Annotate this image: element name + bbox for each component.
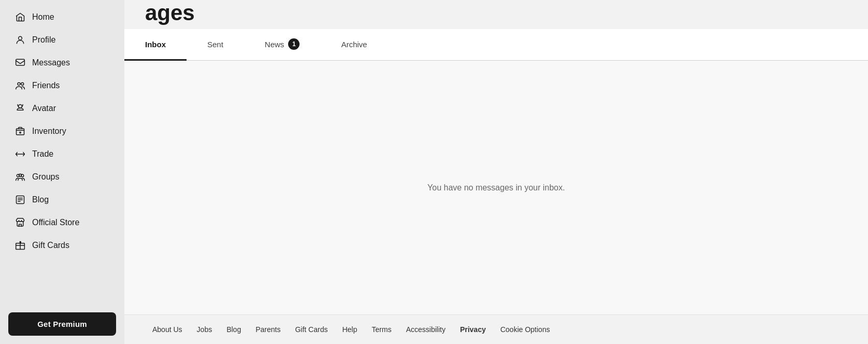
footer-gift-cards[interactable]: Gift Cards (288, 323, 335, 336)
footer-jobs[interactable]: Jobs (190, 323, 220, 336)
avatar-icon (15, 103, 26, 114)
footer-help[interactable]: Help (335, 323, 364, 336)
sidebar-item-trade[interactable]: Trade (4, 143, 120, 165)
sidebar-item-blog[interactable]: Blog (4, 189, 120, 211)
gift-cards-icon (15, 240, 26, 251)
tab-news[interactable]: News 1 (244, 29, 321, 61)
tab-sent-label: Sent (207, 40, 223, 49)
main-content: ages Inbox Sent News 1 Archive You have … (124, 0, 868, 344)
tab-sent[interactable]: Sent (187, 29, 244, 61)
sidebar-item-avatar[interactable]: Avatar (4, 98, 120, 119)
footer-privacy[interactable]: Privacy (453, 323, 493, 336)
sidebar-item-official-store[interactable]: Official Store (4, 212, 120, 233)
sidebar-item-inventory[interactable]: Inventory (4, 120, 120, 142)
tab-news-label: News (265, 40, 284, 49)
footer: About Us Jobs Blog Parents Gift Cards He… (124, 314, 868, 344)
groups-icon (15, 171, 26, 183)
svg-point-6 (20, 132, 21, 133)
sidebar-item-blog-label: Blog (32, 195, 49, 204)
store-icon (15, 217, 26, 228)
tab-inbox[interactable]: Inbox (124, 29, 187, 61)
trade-icon (15, 148, 26, 160)
sidebar-item-profile-label: Profile (32, 35, 55, 45)
news-badge: 1 (288, 38, 300, 50)
svg-point-10 (19, 174, 22, 176)
sidebar: Home Profile Messages Friends (0, 0, 124, 344)
tab-archive-label: Archive (341, 40, 367, 49)
footer-about[interactable]: About Us (145, 323, 190, 336)
friends-icon (15, 80, 26, 91)
footer-terms[interactable]: Terms (364, 323, 399, 336)
sidebar-item-groups-label: Groups (32, 172, 59, 182)
messages-icon (15, 57, 26, 68)
sidebar-item-messages-label: Messages (32, 58, 70, 67)
page-title: ages (145, 1, 847, 25)
message-area: You have no messages in your inbox. (124, 61, 868, 314)
sidebar-item-friends[interactable]: Friends (4, 75, 120, 97)
sidebar-nav: Home Profile Messages Friends (0, 0, 124, 306)
sidebar-item-home[interactable]: Home (4, 6, 120, 28)
footer-accessibility[interactable]: Accessibility (399, 323, 452, 336)
page-title-area: ages (124, 0, 868, 25)
svg-point-2 (18, 82, 20, 85)
home-icon (15, 11, 26, 23)
tabs-bar: Inbox Sent News 1 Archive (124, 29, 868, 61)
sidebar-item-gift-cards-label: Gift Cards (32, 241, 69, 250)
sidebar-item-avatar-label: Avatar (32, 104, 56, 113)
sidebar-item-groups[interactable]: Groups (4, 166, 120, 188)
sidebar-item-home-label: Home (32, 12, 54, 22)
empty-inbox-message: You have no messages in your inbox. (428, 183, 565, 192)
footer-cookie-options[interactable]: Cookie Options (493, 323, 557, 336)
svg-point-4 (19, 105, 22, 108)
sidebar-item-trade-label: Trade (32, 149, 53, 159)
sidebar-item-profile[interactable]: Profile (4, 29, 120, 51)
svg-point-0 (19, 36, 22, 40)
svg-rect-1 (16, 59, 25, 65)
sidebar-item-gift-cards[interactable]: Gift Cards (4, 235, 120, 256)
svg-point-3 (21, 82, 24, 85)
tab-archive[interactable]: Archive (320, 29, 388, 61)
sidebar-item-official-store-label: Official Store (32, 218, 79, 227)
footer-blog[interactable]: Blog (219, 323, 248, 336)
profile-icon (15, 34, 26, 46)
footer-parents[interactable]: Parents (248, 323, 288, 336)
inventory-icon (15, 126, 26, 137)
blog-icon (15, 194, 26, 205)
get-premium-button[interactable]: Get Premium (8, 312, 116, 336)
sidebar-item-friends-label: Friends (32, 81, 60, 90)
tab-inbox-label: Inbox (145, 40, 166, 49)
sidebar-item-inventory-label: Inventory (32, 127, 66, 136)
sidebar-item-messages[interactable]: Messages (4, 52, 120, 74)
